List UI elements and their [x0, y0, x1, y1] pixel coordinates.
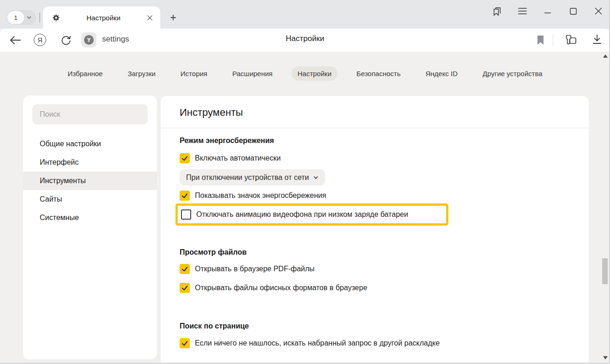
setting-row-office-files[interactable]: Открывать файлы офисных форматов в брауз…	[180, 282, 589, 293]
scroll-up-arrow[interactable]	[603, 54, 608, 58]
reload-icon[interactable]	[60, 34, 72, 47]
sidebar-item-tools[interactable]: Инструменты	[23, 172, 157, 190]
setting-label: Показывать значок энергосбережения	[195, 191, 326, 200]
chevron-down-icon	[313, 175, 319, 180]
setting-row-other-layout-search[interactable]: Если ничего не нашлось, искать набранный…	[180, 338, 589, 349]
search-input[interactable]	[32, 104, 148, 125]
nav-favorites[interactable]: Избранное	[61, 66, 109, 81]
settings-sidebar: Общие настройки Интерфейс Инструменты Са…	[23, 95, 157, 359]
checkbox-other-layout-search[interactable]	[180, 338, 190, 348]
setting-label: Открывать в браузере PDF-файлы	[195, 265, 314, 273]
checkbox-office-files[interactable]	[180, 283, 190, 293]
site-favicon: Y	[84, 35, 94, 45]
nav-settings[interactable]: Настройки	[291, 66, 338, 81]
setting-row-auto-enable[interactable]: Включать автоматически	[180, 153, 589, 164]
downloads-icon[interactable]	[591, 33, 603, 46]
address-text[interactable]: settings	[102, 35, 129, 44]
titlebar: 1 Настройки +	[0, 0, 610, 29]
select-value: При отключении устройства от сети	[186, 173, 309, 182]
sidebar-item-system[interactable]: Системные	[23, 209, 157, 227]
close-window-icon[interactable]	[592, 4, 604, 18]
sidebar-item-general[interactable]: Общие настройки	[23, 135, 157, 153]
bookmarks-panel-icon[interactable]	[491, 4, 503, 18]
nav-downloads[interactable]: Загрузки	[121, 66, 161, 81]
sidebar-item-interface[interactable]: Интерфейс	[23, 153, 157, 172]
setting-row-pdf[interactable]: Открывать в браузере PDF-файлы	[180, 263, 589, 274]
chevron-down-icon[interactable]	[26, 15, 32, 20]
maximize-icon[interactable]	[567, 4, 579, 18]
minimize-icon[interactable]	[542, 4, 554, 18]
heading-page-search: Поиск по странице	[180, 321, 589, 331]
extensions-icon[interactable]	[564, 33, 578, 47]
nav-security[interactable]: Безопасность	[350, 66, 407, 81]
setting-label: Отключать анимацию видеофона при низком …	[196, 210, 408, 219]
scrollbar	[602, 52, 609, 364]
setting-label: Открывать файлы офисных форматов в брауз…	[195, 284, 367, 292]
power-saving-mode-select[interactable]: При отключении устройства от сети	[180, 169, 325, 185]
new-tab-button[interactable]: +	[166, 10, 181, 25]
heading-power-saving: Режим энергосбережения	[180, 136, 589, 146]
sidebar-item-sites[interactable]: Сайты	[23, 190, 157, 209]
setting-label: Если ничего не нашлось, искать набранный…	[195, 339, 440, 347]
yandex-logo-icon[interactable]: Я	[34, 34, 46, 46]
back-icon[interactable]	[9, 34, 22, 47]
divider	[161, 128, 589, 128]
checkbox-show-icon[interactable]	[180, 191, 190, 201]
tab-title: Настройки	[60, 14, 147, 22]
checkbox-auto-enable[interactable]	[180, 153, 190, 163]
menu-icon[interactable]	[516, 4, 528, 18]
site-badge-icon[interactable]: Y	[81, 32, 97, 48]
heading-file-viewing: Просмотр файлов	[180, 247, 589, 257]
checkbox-pdf[interactable]	[180, 264, 190, 274]
toolbar-divider	[553, 34, 553, 46]
nav-extensions[interactable]: Расширения	[226, 66, 278, 81]
gear-icon	[52, 14, 60, 22]
setting-label: Включать автоматически	[195, 154, 281, 162]
nav-yandex-id[interactable]: Яндекс ID	[419, 66, 464, 81]
sidebar-list: Общие настройки Интерфейс Инструменты Са…	[23, 135, 157, 227]
setting-row-show-icon[interactable]: Показывать значок энергосбережения	[180, 190, 589, 201]
settings-main-panel: Инструменты Режим энергосбережения Включ…	[161, 96, 589, 364]
browser-tab-settings[interactable]: Настройки	[43, 6, 160, 29]
settings-page: Избранное Загрузки История Расширения На…	[0, 52, 610, 364]
tab-count-badge: 1	[7, 11, 24, 24]
scroll-down-arrow[interactable]	[603, 356, 608, 359]
settings-nav: Избранное Загрузки История Расширения На…	[0, 66, 610, 81]
nav-history[interactable]: История	[175, 66, 213, 81]
tab-counter[interactable]: 1	[6, 10, 36, 25]
bookmark-icon[interactable]	[536, 34, 545, 47]
nav-other-devices[interactable]: Другие устройства	[477, 66, 548, 81]
titlebar-divider	[39, 12, 40, 23]
tab-close-icon[interactable]	[147, 15, 153, 21]
highlighted-setting: Отключать анимацию видеофона при низком …	[175, 203, 448, 226]
checkbox-disable-video-animation[interactable]	[181, 209, 191, 220]
section-title: Инструменты	[180, 106, 589, 119]
setting-row-disable-video-animation[interactable]: Отключать анимацию видеофона при низком …	[181, 209, 408, 220]
scrollbar-thumb[interactable]	[602, 258, 608, 284]
